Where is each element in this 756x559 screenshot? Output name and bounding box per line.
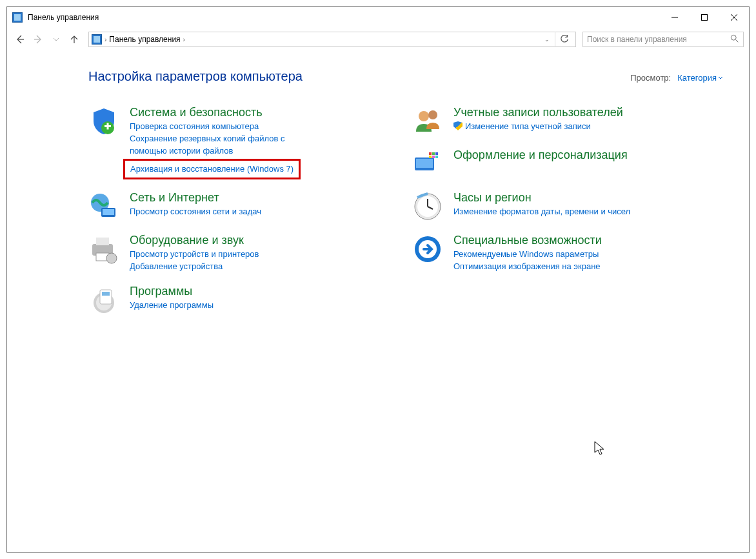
category-users: Учетные записи пользователей Изменение т… xyxy=(412,106,723,137)
link-optimize-display[interactable]: Оптимизация изображения на экране xyxy=(453,261,602,273)
svg-rect-14 xyxy=(103,209,114,215)
svg-rect-31 xyxy=(432,156,435,158)
maximize-button[interactable] xyxy=(690,7,719,28)
address-bar[interactable]: › Панель управления › ⌄ xyxy=(88,32,576,47)
up-button[interactable] xyxy=(66,32,82,47)
shield-icon xyxy=(88,106,119,137)
category-columns: Система и безопасность Проверка состояни… xyxy=(88,106,723,327)
link-devices-printers[interactable]: Просмотр устройств и принтеров xyxy=(130,249,259,261)
minimize-button[interactable] xyxy=(660,7,690,28)
window-controls xyxy=(660,7,749,28)
category-title[interactable]: Оформление и персонализация xyxy=(453,148,628,162)
forward-button[interactable] xyxy=(30,32,46,47)
link-recommended-settings[interactable]: Рекомендуемые Windows параметры xyxy=(453,249,602,261)
svg-line-8 xyxy=(736,39,739,42)
view-value: Категория xyxy=(677,73,717,83)
svg-point-7 xyxy=(731,35,736,40)
page-title: Настройка параметров компьютера xyxy=(88,69,303,84)
category-title[interactable]: Оборудование и звук xyxy=(130,234,259,247)
category-accessibility: Специальные возможности Рекомендуемые Wi… xyxy=(412,234,723,273)
search-icon[interactable] xyxy=(730,34,739,45)
svg-rect-29 xyxy=(435,152,438,155)
window-title: Панель управления xyxy=(28,13,99,22)
link-add-device[interactable]: Добавление устройства xyxy=(130,261,259,273)
refresh-button[interactable] xyxy=(555,32,573,47)
chevron-right-icon[interactable]: › xyxy=(104,36,106,43)
view-dropdown[interactable]: Категория xyxy=(677,73,723,83)
svg-rect-27 xyxy=(429,152,432,155)
link-uninstall[interactable]: Удаление программы xyxy=(130,300,214,312)
content-header: Настройка параметров компьютера Просмотр… xyxy=(88,69,723,84)
link-change-account-type[interactable]: Изменение типа учетной записи xyxy=(453,121,623,133)
category-title[interactable]: Специальные возможности xyxy=(453,234,602,247)
content-area: Настройка параметров компьютера Просмотр… xyxy=(7,51,749,552)
link-check-status[interactable]: Проверка состояния компьютера xyxy=(130,121,323,133)
chevron-right-icon[interactable]: › xyxy=(183,36,185,43)
left-column: Система и безопасность Проверка состояни… xyxy=(88,106,399,327)
search-placeholder: Поиск в панели управления xyxy=(587,35,687,44)
svg-rect-16 xyxy=(96,238,109,245)
recent-dropdown[interactable] xyxy=(48,32,64,47)
link-date-formats[interactable]: Изменение форматов даты, времени и чисел xyxy=(453,206,630,218)
programs-icon xyxy=(88,285,119,316)
close-button[interactable] xyxy=(719,7,749,28)
personalization-icon xyxy=(412,148,443,179)
category-system-security: Система и безопасность Проверка состояни… xyxy=(88,106,399,179)
svg-point-23 xyxy=(419,111,429,121)
svg-rect-28 xyxy=(432,152,435,155)
printer-icon xyxy=(88,234,119,265)
svg-rect-1 xyxy=(702,15,708,21)
svg-point-24 xyxy=(428,110,437,119)
category-title[interactable]: Учетные записи пользователей xyxy=(453,106,623,119)
highlighted-link-box: Архивация и восстановление (Windows 7) xyxy=(123,159,301,180)
svg-rect-26 xyxy=(416,159,433,168)
back-button[interactable] xyxy=(12,32,28,47)
right-column: Учетные записи пользователей Изменение т… xyxy=(412,106,723,327)
category-appearance: Оформление и персонализация xyxy=(412,148,723,179)
svg-rect-30 xyxy=(429,156,432,158)
category-clock: Часы и регион Изменение форматов даты, в… xyxy=(412,191,723,222)
users-icon xyxy=(412,106,443,137)
category-title[interactable]: Часы и регион xyxy=(453,191,630,205)
control-panel-small-icon xyxy=(92,34,102,45)
link-network-status[interactable]: Просмотр состояния сети и задач xyxy=(130,206,261,218)
category-title[interactable]: Сеть и Интернет xyxy=(130,191,261,205)
svg-point-18 xyxy=(106,253,117,263)
svg-rect-22 xyxy=(102,292,110,296)
accessibility-icon xyxy=(412,234,443,265)
category-hardware: Оборудование и звук Просмотр устройств и… xyxy=(88,234,399,273)
nav-toolbar: › Панель управления › ⌄ Поиск в панели у… xyxy=(7,28,749,51)
link-file-history[interactable]: Сохранение резервных копий файлов с помо… xyxy=(130,133,323,158)
control-panel-icon xyxy=(12,12,23,23)
search-input[interactable]: Поиск в панели управления xyxy=(582,32,744,47)
category-network: Сеть и Интернет Просмотр состояния сети … xyxy=(88,191,399,222)
breadcrumb-item[interactable]: Панель управления xyxy=(109,35,180,44)
category-programs: Программы Удаление программы xyxy=(88,285,399,316)
control-panel-window: Панель управления › xyxy=(6,6,750,553)
link-backup-restore[interactable]: Архивация и восстановление (Windows 7) xyxy=(130,163,293,176)
clock-icon xyxy=(412,191,443,222)
category-title[interactable]: Система и безопасность xyxy=(130,106,323,119)
chevron-down-icon[interactable]: ⌄ xyxy=(544,36,550,43)
titlebar: Панель управления xyxy=(7,7,749,28)
view-label: Просмотр: xyxy=(630,73,671,83)
globe-network-icon xyxy=(88,191,119,222)
view-switch: Просмотр: Категория xyxy=(630,73,723,83)
svg-rect-32 xyxy=(435,156,438,158)
svg-rect-11 xyxy=(107,123,109,130)
category-title[interactable]: Программы xyxy=(130,285,214,298)
